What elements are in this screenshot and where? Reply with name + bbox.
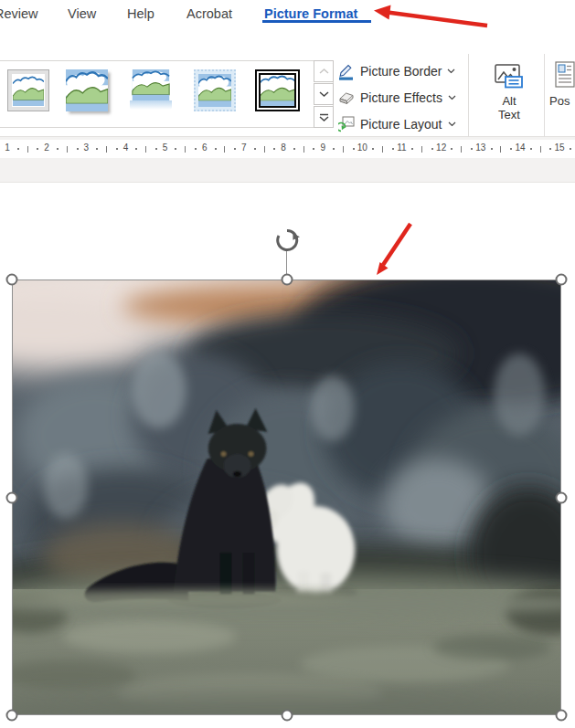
alt-text-label-line2: Text bbox=[498, 108, 520, 121]
alt-text-label-line1: Alt bbox=[498, 94, 520, 108]
handle-bottom-left[interactable] bbox=[6, 710, 18, 722]
position-label: Pos bbox=[549, 94, 570, 108]
rotation-handle-icon[interactable] bbox=[274, 227, 300, 253]
position-button[interactable]: Pos bbox=[549, 60, 575, 144]
handle-top-right[interactable] bbox=[556, 274, 568, 286]
picture-layout-label: Picture Layout bbox=[360, 117, 442, 132]
picture-effects-dropdown[interactable]: Picture Effects bbox=[338, 88, 456, 108]
alt-text-button[interactable]: Alt Text bbox=[482, 60, 537, 144]
style-thumb-simple-frame-icon[interactable] bbox=[7, 69, 49, 111]
menu-tab-review[interactable]: Review bbox=[0, 4, 38, 24]
style-thumb-metal-frame-icon[interactable] bbox=[255, 69, 300, 111]
menu-tab-help[interactable]: Help bbox=[127, 4, 154, 24]
ruler-margin-bottom bbox=[0, 158, 575, 183]
alt-text-icon bbox=[494, 60, 525, 91]
picture-border-pen-icon bbox=[338, 62, 355, 80]
chevron-down-icon bbox=[448, 95, 456, 100]
menu-tab-acrobat[interactable]: Acrobat bbox=[186, 4, 232, 24]
picture-layout-icon bbox=[338, 116, 355, 133]
picture-effects-label: Picture Effects bbox=[360, 90, 442, 105]
style-thumb-reflected-icon[interactable] bbox=[130, 69, 172, 111]
style-thumb-drop-shadow-icon[interactable] bbox=[66, 69, 108, 111]
document-canvas[interactable] bbox=[0, 183, 575, 728]
handle-middle-left[interactable] bbox=[6, 492, 18, 504]
gallery-scroll-down-icon[interactable] bbox=[314, 83, 334, 105]
menu-tab-view[interactable]: View bbox=[68, 4, 96, 24]
chevron-down-icon bbox=[448, 121, 456, 127]
rotation-handle-stem bbox=[286, 251, 287, 275]
gallery-scroll-up-icon[interactable] bbox=[314, 60, 334, 82]
handle-bottom-right[interactable] bbox=[556, 710, 568, 722]
gallery-scrollbar bbox=[314, 60, 334, 128]
picture-layout-dropdown[interactable]: Picture Layout bbox=[338, 114, 456, 134]
fox-photo bbox=[13, 280, 560, 714]
document-picture[interactable] bbox=[12, 280, 561, 715]
picture-border-dropdown[interactable]: Picture Border bbox=[338, 61, 455, 81]
chevron-down-icon bbox=[447, 69, 455, 74]
handle-top-middle[interactable] bbox=[282, 274, 293, 286]
handle-bottom-middle[interactable] bbox=[282, 710, 293, 722]
gallery-more-styles-icon[interactable] bbox=[314, 106, 334, 128]
picture-border-label: Picture Border bbox=[360, 64, 442, 79]
arrow-to-picture-format-tab bbox=[374, 5, 487, 26]
ribbon: Picture Border Picture Effects Picture L… bbox=[0, 26, 575, 137]
picture-effects-icon bbox=[338, 90, 355, 106]
handle-middle-right[interactable] bbox=[556, 492, 568, 504]
style-thumb-soft-edge-icon[interactable] bbox=[194, 69, 236, 111]
ruler-track: 123456789101112131415 bbox=[0, 140, 575, 158]
word-window: Review View Help Acrobat Picture Format bbox=[0, 0, 575, 728]
active-tab-underline bbox=[262, 20, 371, 23]
position-icon bbox=[555, 60, 575, 91]
handle-top-left[interactable] bbox=[6, 274, 18, 286]
